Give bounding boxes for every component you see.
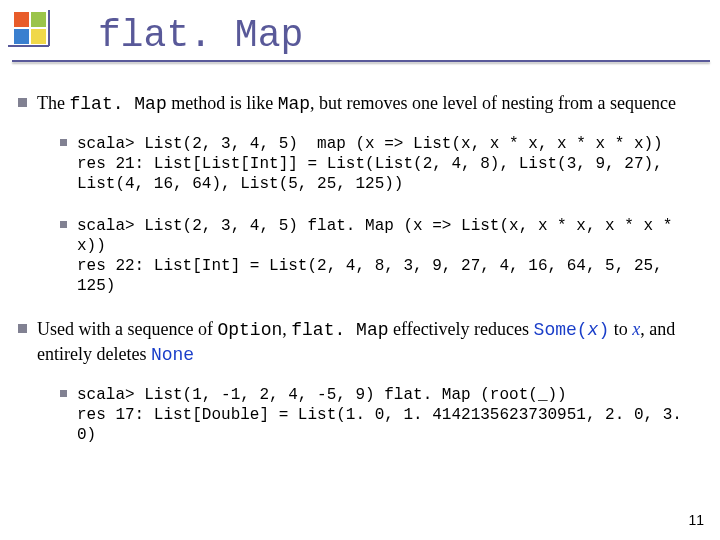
bullet-icon: [60, 139, 67, 146]
bullet-icon: [18, 98, 27, 107]
bullet-icon: [18, 324, 27, 333]
bullet-2-text: Used with a sequence of Option, flat. Ma…: [37, 318, 708, 367]
svg-rect-0: [14, 12, 29, 27]
bullet-icon: [60, 390, 67, 397]
slide-title: flat. Map: [98, 14, 303, 57]
code-block-2: scala> List(2, 3, 4, 5) flat. Map (x => …: [77, 216, 687, 296]
bullet-1-text: The flat. Map method is like Map, but re…: [37, 92, 676, 116]
bullet-icon: [60, 221, 67, 228]
title-underline: [12, 60, 710, 62]
slide-content: The flat. Map method is like Map, but re…: [18, 92, 708, 445]
svg-rect-3: [31, 29, 46, 44]
code-block-1: scala> List(2, 3, 4, 5) map (x => List(x…: [77, 134, 687, 194]
code-block-3: scala> List(1, -1, 2, 4, -5, 9) flat. Ma…: [77, 385, 687, 445]
svg-rect-1: [31, 12, 46, 27]
slide-logo: [8, 10, 56, 58]
svg-rect-2: [14, 29, 29, 44]
page-number: 11: [688, 512, 704, 528]
